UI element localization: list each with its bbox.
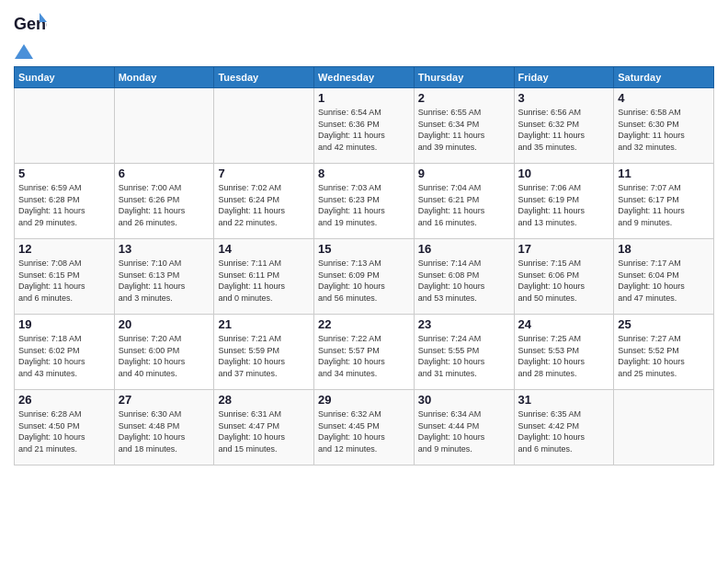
- day-number: 21: [218, 317, 310, 331]
- day-detail: Sunrise: 7:27 AM Sunset: 5:52 PM Dayligh…: [618, 333, 710, 379]
- day-number: 16: [418, 242, 510, 256]
- day-number: 20: [119, 317, 210, 331]
- day-detail: Sunrise: 7:22 AM Sunset: 5:57 PM Dayligh…: [318, 333, 410, 379]
- calendar-cell: [614, 390, 714, 465]
- day-header-thursday: Thursday: [414, 67, 514, 88]
- calendar-cell: 7Sunrise: 7:02 AM Sunset: 6:24 PM Daylig…: [214, 164, 314, 239]
- calendar-cell: 30Sunrise: 6:34 AM Sunset: 4:44 PM Dayli…: [414, 390, 514, 465]
- day-header-sunday: Sunday: [15, 67, 115, 88]
- day-detail: Sunrise: 7:24 AM Sunset: 5:55 PM Dayligh…: [418, 333, 510, 379]
- calendar-cell: 25Sunrise: 7:27 AM Sunset: 5:52 PM Dayli…: [614, 315, 714, 390]
- day-detail: Sunrise: 7:20 AM Sunset: 6:00 PM Dayligh…: [119, 333, 210, 379]
- calendar-cell: 1Sunrise: 6:54 AM Sunset: 6:36 PM Daylig…: [314, 88, 415, 164]
- day-number: 19: [18, 317, 110, 331]
- day-detail: Sunrise: 7:13 AM Sunset: 6:09 PM Dayligh…: [318, 258, 410, 304]
- day-detail: Sunrise: 6:56 AM Sunset: 6:32 PM Dayligh…: [518, 107, 610, 153]
- day-number: 24: [518, 317, 610, 331]
- day-number: 11: [618, 167, 710, 180]
- calendar-cell: 21Sunrise: 7:21 AM Sunset: 5:59 PM Dayli…: [214, 315, 314, 390]
- day-header-wednesday: Wednesday: [314, 67, 415, 88]
- calendar-cell: 18Sunrise: 7:17 AM Sunset: 6:04 PM Dayli…: [614, 239, 714, 315]
- calendar-cell: 31Sunrise: 6:35 AM Sunset: 4:42 PM Dayli…: [514, 390, 614, 465]
- calendar-table: SundayMondayTuesdayWednesdayThursdayFrid…: [14, 66, 714, 465]
- day-detail: Sunrise: 7:18 AM Sunset: 6:02 PM Dayligh…: [18, 333, 110, 379]
- calendar-cell: 17Sunrise: 7:15 AM Sunset: 6:06 PM Dayli…: [514, 239, 614, 315]
- day-number: 10: [518, 167, 610, 180]
- logo-icon: General: [14, 9, 47, 42]
- day-number: 17: [518, 242, 610, 256]
- calendar-cell: 20Sunrise: 7:20 AM Sunset: 6:00 PM Dayli…: [114, 315, 214, 390]
- calendar-cell: 2Sunrise: 6:55 AM Sunset: 6:34 PM Daylig…: [414, 88, 514, 164]
- day-number: 26: [18, 393, 110, 407]
- day-number: 14: [218, 242, 310, 256]
- day-detail: Sunrise: 6:35 AM Sunset: 4:42 PM Dayligh…: [518, 408, 610, 454]
- logo-triangle-icon: [15, 42, 33, 61]
- day-number: 28: [218, 393, 310, 407]
- logo: General: [14, 9, 47, 61]
- day-number: 31: [518, 393, 610, 407]
- calendar-header-row: SundayMondayTuesdayWednesdayThursdayFrid…: [15, 67, 714, 88]
- day-number: 22: [318, 317, 410, 331]
- calendar-cell: [15, 88, 115, 164]
- day-detail: Sunrise: 6:30 AM Sunset: 4:48 PM Dayligh…: [119, 408, 210, 454]
- day-detail: Sunrise: 7:00 AM Sunset: 6:26 PM Dayligh…: [119, 182, 210, 228]
- calendar-cell: 13Sunrise: 7:10 AM Sunset: 6:13 PM Dayli…: [114, 239, 214, 315]
- day-detail: Sunrise: 7:11 AM Sunset: 6:11 PM Dayligh…: [218, 258, 310, 304]
- day-header-tuesday: Tuesday: [214, 67, 314, 88]
- calendar-cell: [214, 88, 314, 164]
- calendar-week-row: 12Sunrise: 7:08 AM Sunset: 6:15 PM Dayli…: [15, 239, 714, 315]
- day-number: 15: [318, 242, 410, 256]
- calendar-cell: 16Sunrise: 7:14 AM Sunset: 6:08 PM Dayli…: [414, 239, 514, 315]
- day-number: 9: [418, 167, 510, 180]
- calendar-cell: 6Sunrise: 7:00 AM Sunset: 6:26 PM Daylig…: [114, 164, 214, 239]
- day-number: 13: [119, 242, 210, 256]
- day-detail: Sunrise: 6:31 AM Sunset: 4:47 PM Dayligh…: [218, 408, 310, 454]
- day-number: 1: [318, 91, 410, 105]
- day-detail: Sunrise: 7:08 AM Sunset: 6:15 PM Dayligh…: [18, 258, 110, 304]
- day-number: 30: [418, 393, 510, 407]
- calendar-cell: 11Sunrise: 7:07 AM Sunset: 6:17 PM Dayli…: [614, 164, 714, 239]
- day-detail: Sunrise: 7:25 AM Sunset: 5:53 PM Dayligh…: [518, 333, 610, 379]
- day-detail: Sunrise: 6:28 AM Sunset: 4:50 PM Dayligh…: [18, 408, 110, 454]
- day-detail: Sunrise: 6:54 AM Sunset: 6:36 PM Dayligh…: [318, 107, 410, 153]
- day-detail: Sunrise: 6:32 AM Sunset: 4:45 PM Dayligh…: [318, 408, 410, 454]
- day-header-friday: Friday: [514, 67, 614, 88]
- day-detail: Sunrise: 7:10 AM Sunset: 6:13 PM Dayligh…: [119, 258, 210, 304]
- day-detail: Sunrise: 7:04 AM Sunset: 6:21 PM Dayligh…: [418, 182, 510, 228]
- day-number: 25: [618, 317, 710, 331]
- day-number: 6: [119, 167, 210, 180]
- calendar-week-row: 5Sunrise: 6:59 AM Sunset: 6:28 PM Daylig…: [15, 164, 714, 239]
- day-detail: Sunrise: 6:58 AM Sunset: 6:30 PM Dayligh…: [618, 107, 710, 153]
- calendar-cell: 14Sunrise: 7:11 AM Sunset: 6:11 PM Dayli…: [214, 239, 314, 315]
- day-detail: Sunrise: 7:03 AM Sunset: 6:23 PM Dayligh…: [318, 182, 410, 228]
- day-detail: Sunrise: 7:21 AM Sunset: 5:59 PM Dayligh…: [218, 333, 310, 379]
- calendar-week-row: 1Sunrise: 6:54 AM Sunset: 6:36 PM Daylig…: [15, 88, 714, 164]
- day-detail: Sunrise: 7:02 AM Sunset: 6:24 PM Dayligh…: [218, 182, 310, 228]
- calendar-week-row: 26Sunrise: 6:28 AM Sunset: 4:50 PM Dayli…: [15, 390, 714, 465]
- day-header-monday: Monday: [114, 67, 214, 88]
- calendar-cell: 23Sunrise: 7:24 AM Sunset: 5:55 PM Dayli…: [414, 315, 514, 390]
- day-number: 29: [318, 393, 410, 407]
- day-detail: Sunrise: 7:14 AM Sunset: 6:08 PM Dayligh…: [418, 258, 510, 304]
- page: General SundayMondayTuesdayWednesdayThur…: [0, 0, 728, 563]
- calendar-cell: 4Sunrise: 6:58 AM Sunset: 6:30 PM Daylig…: [614, 88, 714, 164]
- day-detail: Sunrise: 7:07 AM Sunset: 6:17 PM Dayligh…: [618, 182, 710, 228]
- calendar-cell: 22Sunrise: 7:22 AM Sunset: 5:57 PM Dayli…: [314, 315, 415, 390]
- calendar-cell: 19Sunrise: 7:18 AM Sunset: 6:02 PM Dayli…: [15, 315, 115, 390]
- day-number: 18: [618, 242, 710, 256]
- day-detail: Sunrise: 7:17 AM Sunset: 6:04 PM Dayligh…: [618, 258, 710, 304]
- day-header-saturday: Saturday: [614, 67, 714, 88]
- calendar-cell: 10Sunrise: 7:06 AM Sunset: 6:19 PM Dayli…: [514, 164, 614, 239]
- svg-marker-3: [15, 44, 33, 59]
- calendar-cell: 12Sunrise: 7:08 AM Sunset: 6:15 PM Dayli…: [15, 239, 115, 315]
- day-detail: Sunrise: 6:59 AM Sunset: 6:28 PM Dayligh…: [18, 182, 110, 228]
- day-number: 7: [218, 167, 310, 180]
- day-number: 27: [119, 393, 210, 407]
- day-number: 12: [18, 242, 110, 256]
- day-number: 4: [618, 91, 710, 105]
- day-number: 23: [418, 317, 510, 331]
- calendar-week-row: 19Sunrise: 7:18 AM Sunset: 6:02 PM Dayli…: [15, 315, 714, 390]
- calendar-cell: 9Sunrise: 7:04 AM Sunset: 6:21 PM Daylig…: [414, 164, 514, 239]
- calendar-cell: 28Sunrise: 6:31 AM Sunset: 4:47 PM Dayli…: [214, 390, 314, 465]
- calendar-cell: 29Sunrise: 6:32 AM Sunset: 4:45 PM Dayli…: [314, 390, 415, 465]
